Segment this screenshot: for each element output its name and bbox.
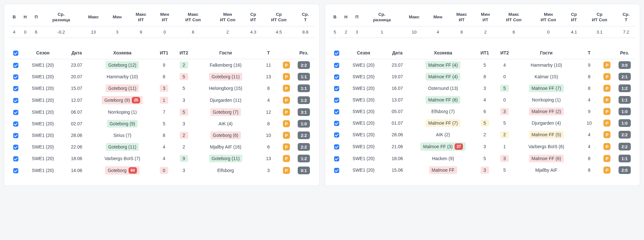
it1-cell: 5	[160, 120, 168, 127]
p-badge[interactable]: Р	[283, 109, 290, 116]
row-checkbox[interactable]	[13, 74, 18, 80]
p-badge[interactable]: Р	[603, 131, 610, 138]
row-checkbox[interactable]	[334, 109, 339, 114]
col-home-header: Хозяева	[411, 48, 475, 59]
row-checkbox[interactable]	[334, 168, 339, 173]
select-all-checkbox[interactable]	[334, 51, 339, 56]
match-row: SWE1 (20)14.06Goteborg 8403Elfsborg3Р0:1	[9, 164, 315, 177]
home-team-cell: Hammarby (10)	[104, 73, 140, 81]
p-badge[interactable]: Р	[603, 120, 610, 127]
summary-value: 2	[474, 26, 496, 38]
it2-cell: 5	[500, 120, 509, 127]
summary-value: 2	[210, 26, 245, 38]
row-checkbox[interactable]	[13, 133, 18, 138]
row-checkbox[interactable]	[334, 86, 339, 91]
summary-value: -0.2	[42, 26, 81, 38]
date-cell: 02.07	[63, 118, 91, 130]
season-cell: SWE1 (20)	[344, 94, 383, 106]
it2-cell: 4	[500, 62, 509, 69]
season-cell: SWE1 (20)	[344, 117, 383, 129]
p-badge[interactable]: Р	[603, 108, 610, 115]
summary-header: Н	[341, 9, 351, 26]
away-team-cell: Malmoe FF (5)	[529, 131, 564, 139]
away-team-cell: Kalmar (15)	[532, 73, 561, 81]
row-checkbox[interactable]	[13, 86, 18, 91]
it2-cell: 5	[500, 167, 509, 174]
home-team-cell: Malmoe FF (4)	[426, 61, 460, 69]
row-checkbox[interactable]	[13, 168, 18, 173]
row-checkbox[interactable]	[13, 110, 18, 115]
p-badge[interactable]: Р	[283, 155, 290, 162]
p-badge[interactable]: Р	[283, 143, 290, 150]
row-checkbox[interactable]	[334, 132, 339, 138]
match-row: SWE1 (20)18.06Varbergs BoIS (7) 49Gotebo…	[9, 153, 315, 164]
it1-cell: 9	[160, 62, 168, 69]
p-badge[interactable]: Р	[283, 167, 290, 174]
select-all-checkbox[interactable]	[13, 51, 18, 56]
p-badge[interactable]: Р	[283, 120, 290, 127]
row-checkbox[interactable]	[334, 156, 339, 161]
season-cell: SWE1 (20)	[344, 71, 383, 82]
summary-header: МинИТ Соп	[531, 9, 565, 26]
date-cell: 12.07	[63, 94, 91, 106]
summary-header: Мин	[427, 9, 449, 26]
row-checkbox[interactable]	[13, 63, 18, 68]
row-checkbox[interactable]	[13, 156, 18, 161]
col-p-header	[600, 48, 614, 59]
away-team-cell: Goteborg (11)	[209, 73, 242, 81]
score-badge: 0:1	[298, 167, 310, 174]
score-badge: 3:0	[619, 61, 631, 69]
summary-header: Ср.разница	[42, 9, 81, 26]
t-cell: 9	[578, 106, 600, 117]
match-row: SWE1 (20)20.07Hammarby (10) 85Goteborg (…	[9, 71, 315, 82]
p-badge[interactable]: Р	[603, 167, 610, 174]
col-t-header: Т	[578, 48, 600, 59]
date-cell: 23.07	[383, 59, 411, 71]
it1-cell: 4	[160, 155, 168, 162]
score-badge: 2:1	[619, 73, 631, 81]
p-badge[interactable]: Р	[603, 155, 610, 162]
season-cell: SWE1 (20)	[23, 118, 62, 130]
season-cell: SWE1 (20)	[23, 153, 62, 164]
row-checkbox[interactable]	[13, 121, 18, 127]
score-badge: 2:2	[619, 131, 631, 139]
p-badge[interactable]: Р	[603, 85, 610, 92]
matches-table: СезонДатаХозяеваИТ1ИТ2ГостиТРез.SWE1 (20…	[330, 48, 636, 176]
match-row: SWE1 (20)15.07Goteborg (11) 35Helsingbor…	[9, 82, 315, 94]
p-badge[interactable]: Р	[283, 73, 290, 80]
row-checkbox[interactable]	[334, 98, 339, 103]
p-badge[interactable]: Р	[283, 132, 290, 139]
home-team-cell: Varbergs BoIS (7)	[102, 155, 143, 162]
row-checkbox[interactable]	[334, 74, 339, 80]
date-cell: 13.07	[383, 94, 411, 106]
match-row: SWE1 (20)06.07Norrkoping (1) 75Goteborg …	[9, 106, 315, 118]
season-cell: SWE1 (20)	[344, 106, 383, 117]
row-checkbox[interactable]	[334, 63, 339, 68]
home-team-cell: Goteborg (11)	[106, 84, 139, 92]
score-badge: 1:2	[298, 96, 310, 104]
away-team-cell: Malmoe FF (7)	[529, 84, 564, 92]
p-badge[interactable]: Р	[283, 97, 290, 104]
match-row: SWE1 (20)05.07Elfsborg (7) 63Malmoe FF (…	[330, 106, 636, 117]
panel-left: ВНПСр.разницаМаксМинМаксИТМинИТМаксИТ Со…	[4, 4, 320, 186]
home-team-cell: Goteborg (9)	[107, 120, 138, 128]
row-checkbox[interactable]	[334, 144, 339, 149]
row-checkbox[interactable]	[13, 98, 18, 103]
t-cell: 4	[257, 94, 280, 106]
col-res-header: Рез.	[614, 48, 635, 59]
p-badge[interactable]: Р	[603, 143, 610, 150]
it1-cell: 7	[160, 109, 168, 116]
it1-cell: 5	[481, 62, 489, 69]
summary-header: СрИТ Соп	[262, 9, 296, 26]
p-badge[interactable]: Р	[603, 73, 610, 80]
row-checkbox[interactable]	[334, 121, 339, 126]
p-badge[interactable]: Р	[283, 85, 290, 92]
p-badge[interactable]: Р	[603, 96, 610, 103]
it2-cell: 3	[180, 97, 188, 104]
row-checkbox[interactable]	[13, 145, 18, 150]
col-it2-header: ИТ2	[495, 48, 514, 59]
p-badge[interactable]: Р	[283, 62, 290, 69]
p-badge[interactable]: Р	[603, 62, 610, 69]
red-badge: 37	[455, 143, 463, 150]
panel-right: ВНПСр.разницаМаксМинМаксИТМинИТМаксИТ Со…	[325, 4, 640, 186]
